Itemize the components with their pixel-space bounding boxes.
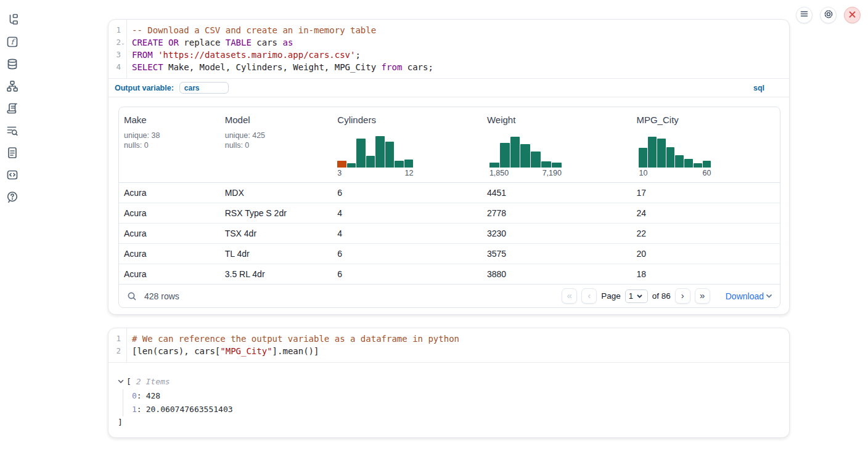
output-variable-label: Output variable:: [115, 84, 174, 92]
open-bracket: [: [126, 377, 131, 386]
datasources-icon[interactable]: [6, 58, 18, 70]
tree-item-value: 428: [146, 391, 160, 400]
page-total: of 86: [652, 291, 671, 301]
histogram-bar[interactable]: [541, 161, 551, 168]
output-variable-input[interactable]: [179, 82, 229, 94]
histogram-bar[interactable]: [385, 142, 395, 168]
histogram-bar[interactable]: [395, 161, 404, 168]
code-line[interactable]: 1# We can reference the output variable …: [108, 333, 789, 345]
download-button[interactable]: Download: [726, 291, 772, 301]
histogram-bar[interactable]: [347, 163, 356, 168]
collapse-chevron-icon[interactable]: [118, 379, 125, 384]
variables-icon[interactable]: f: [6, 36, 18, 48]
histogram-bar[interactable]: [684, 159, 693, 168]
chevron-down-icon: [637, 294, 642, 298]
table-row[interactable]: AcuraRSX Type S 2dr4277824: [119, 203, 780, 224]
file-explorer-icon[interactable]: [6, 14, 18, 26]
tree-item: 1:20.060747663551403: [132, 403, 789, 416]
column-histogram[interactable]: 312: [337, 136, 413, 177]
code-text: # We can reference the output variable a…: [132, 333, 789, 345]
table-cell: 3575: [482, 249, 632, 259]
table-cell: 3.5 RL 4dr: [220, 269, 333, 279]
histogram-bar[interactable]: [356, 139, 366, 168]
download-label: Download: [726, 291, 764, 301]
histogram-bar[interactable]: [337, 161, 346, 168]
histogram-bar[interactable]: [675, 155, 684, 168]
prev-page-button[interactable]: ‹: [581, 288, 597, 304]
code-line[interactable]: 3FROM 'https://datasets.marimo.app/cars.…: [108, 49, 789, 61]
search-icon[interactable]: [127, 291, 137, 301]
hist-max-label: 60: [703, 169, 711, 177]
table-cell: Acura: [119, 188, 220, 198]
column-histogram[interactable]: 1,8507,190: [489, 136, 562, 177]
column-header-Cylinders[interactable]: Cylinders312: [332, 107, 482, 182]
code-line[interactable]: 2[len(cars), cars["MPG_City"].mean()]: [108, 345, 789, 357]
last-page-button[interactable]: »: [695, 288, 710, 304]
sidebar-panel-icons: f: [6, 14, 20, 203]
histogram-bar[interactable]: [520, 144, 530, 168]
fold-chevron-icon[interactable]: ⌄: [121, 37, 127, 49]
scratchpad-icon[interactable]: [6, 102, 18, 115]
histogram-bar[interactable]: [531, 152, 541, 168]
column-header-Make[interactable]: Makeunique: 38nulls: 0: [119, 107, 220, 182]
histogram-bar[interactable]: [489, 163, 499, 168]
histogram-bar[interactable]: [500, 143, 510, 168]
table-cell: 6: [332, 249, 482, 259]
code-text: -- Download a CSV and create an in-memor…: [132, 24, 789, 36]
column-header-MPG_City[interactable]: MPG_City1060: [631, 107, 780, 182]
column-label: Model: [225, 115, 333, 125]
next-page-button[interactable]: ›: [675, 288, 690, 304]
column-header-Weight[interactable]: Weight1,8507,190: [482, 107, 632, 182]
menu-button[interactable]: [796, 7, 813, 23]
histogram-bar[interactable]: [694, 163, 702, 168]
table-cell: 4: [332, 229, 482, 238]
line-number: 1: [108, 333, 121, 345]
column-stat: nulls: 0: [225, 140, 333, 150]
snippets-icon[interactable]: [6, 169, 18, 181]
code-line[interactable]: 4SELECT Make, Model, Cylinders, Weight, …: [108, 61, 789, 73]
table-row[interactable]: AcuraTL 4dr6357520: [119, 244, 780, 264]
table-row[interactable]: AcuraTSX 4dr4323022: [119, 224, 780, 244]
first-page-button[interactable]: «: [562, 288, 577, 304]
histogram-bar[interactable]: [510, 137, 520, 168]
help-icon[interactable]: [6, 191, 18, 203]
logs-icon[interactable]: [6, 124, 18, 137]
chevron-down-icon: [766, 294, 772, 298]
items-count: 2 Items: [136, 377, 170, 386]
close-bracket: ]: [118, 418, 789, 427]
table-cell: 3880: [482, 269, 632, 279]
code-line[interactable]: 1-- Download a CSV and create an in-memo…: [108, 24, 789, 36]
language-badge: sql: [753, 84, 764, 92]
python-code-editor[interactable]: 1# We can reference the output variable …: [108, 328, 789, 363]
notebook-actions: [796, 7, 861, 23]
histogram-bar[interactable]: [366, 156, 375, 168]
column-header-Model[interactable]: Modelunique: 425nulls: 0: [220, 107, 333, 182]
histogram-bar[interactable]: [552, 163, 562, 168]
line-number: 1: [108, 24, 121, 36]
column-label: MPG_City: [636, 115, 780, 125]
table-row[interactable]: Acura3.5 RL 4dr6388018: [119, 264, 780, 285]
sql-code-editor[interactable]: 1-- Download a CSV and create an in-memo…: [108, 20, 789, 79]
table-row[interactable]: AcuraMDX6445117: [119, 183, 780, 203]
table-cell: 22: [631, 229, 780, 238]
page-select[interactable]: 1: [625, 289, 648, 303]
table-cell: TL 4dr: [220, 249, 333, 259]
histogram-bar[interactable]: [404, 160, 414, 168]
histogram-bar[interactable]: [648, 137, 657, 168]
dependency-graph-icon[interactable]: [6, 80, 18, 92]
column-histogram[interactable]: 1060: [639, 136, 711, 177]
code-line[interactable]: 2⌄CREATE OR replace TABLE cars as: [108, 36, 789, 49]
documentation-icon[interactable]: [6, 147, 18, 159]
table-cell: TSX 4dr: [220, 229, 333, 238]
hist-min-label: 3: [337, 169, 342, 177]
histogram-bar[interactable]: [639, 148, 647, 168]
histogram-bar[interactable]: [657, 139, 666, 168]
hist-max-label: 7,190: [542, 169, 562, 177]
histogram-bar[interactable]: [703, 161, 711, 168]
histogram-bar[interactable]: [666, 147, 675, 168]
table-cell: 3230: [482, 229, 632, 238]
settings-button[interactable]: [820, 7, 837, 23]
histogram-bar[interactable]: [375, 136, 385, 168]
shutdown-button[interactable]: [844, 7, 861, 23]
column-label: Weight: [487, 115, 632, 125]
